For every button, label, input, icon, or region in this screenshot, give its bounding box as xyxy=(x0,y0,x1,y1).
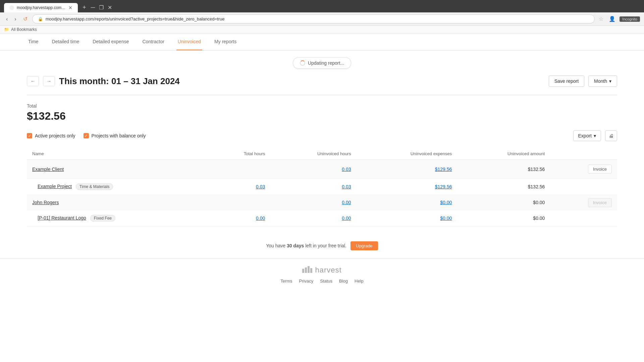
invoice-button-disabled: Invoice xyxy=(588,198,612,207)
report-title: This month: 01 – 31 Jan 2024 xyxy=(59,76,180,86)
project-link[interactable]: [P-01] Restaurant Logo xyxy=(38,215,86,221)
uninvoiced-expenses-link[interactable]: $0.00 xyxy=(440,216,452,221)
balance-only-filter[interactable]: ✓ Projects with balance only xyxy=(84,133,146,138)
row-uninvoiced-amount: $0.00 xyxy=(457,195,550,210)
uninvoiced-expenses-link[interactable]: $0.00 xyxy=(440,200,452,205)
total-hours-link[interactable]: 0.00 xyxy=(256,216,265,221)
svg-rect-3 xyxy=(310,268,312,273)
row-invoice-action: Invoice xyxy=(550,160,617,179)
balance-only-checkbox[interactable]: ✓ xyxy=(84,133,89,138)
trial-text-before: You have xyxy=(266,243,287,248)
table-row: [P-01] Restaurant Logo Fixed Fee 0.00 0.… xyxy=(27,210,617,227)
month-label: Month xyxy=(594,78,607,84)
client-link[interactable]: John Rogers xyxy=(32,200,59,205)
row-uninvoiced-expenses: $0.00 xyxy=(356,210,457,227)
incognito-badge: Incognito xyxy=(620,16,640,22)
filters-left: ✓ Active projects only ✓ Projects with b… xyxy=(27,133,146,138)
report-table: Name Total hours Uninvoiced hours Uninvo… xyxy=(27,148,617,227)
footer: harvest Terms Privacy Status Blog Help xyxy=(0,258,644,290)
footer-link-blog[interactable]: Blog xyxy=(339,279,348,284)
close-button[interactable]: ✕ xyxy=(108,4,112,11)
tab-my-reports[interactable]: My reports xyxy=(213,34,238,50)
tab-contractor[interactable]: Contractor xyxy=(141,34,165,50)
svg-rect-1 xyxy=(305,267,307,273)
row-uninvoiced-amount: $132.56 xyxy=(457,179,550,195)
col-name: Name xyxy=(27,148,208,160)
footer-link-privacy[interactable]: Privacy xyxy=(299,279,314,284)
month-selector-button[interactable]: Month ▾ xyxy=(588,75,617,87)
row-uninvoiced-expenses: $129.56 xyxy=(356,160,457,179)
export-button[interactable]: Export ▾ xyxy=(573,130,601,141)
nav-tabs: Time Detailed time Detailed expense Cont… xyxy=(0,34,644,51)
trial-days: 30 days xyxy=(287,243,304,248)
tab-detailed-time[interactable]: Detailed time xyxy=(51,34,81,50)
total-hours-link[interactable]: 0.03 xyxy=(256,184,265,189)
row-uninvoiced-expenses: $0.00 xyxy=(356,195,457,210)
tab-detailed-expense[interactable]: Detailed expense xyxy=(91,34,130,50)
profile-icon[interactable]: 👤 xyxy=(607,14,617,23)
footer-link-help[interactable]: Help xyxy=(355,279,364,284)
browser-tab[interactable]: moodjoy.harvestapp.com/repo... ✕ xyxy=(4,3,78,12)
col-uninvoiced-hours: Uninvoiced hours xyxy=(270,148,356,160)
address-bar[interactable]: 🔒 moodjoy.harvestapp.com/reports/uninvoi… xyxy=(32,14,595,23)
total-amount: $132.56 xyxy=(27,110,617,122)
upgrade-button[interactable]: Upgrade xyxy=(351,241,378,250)
table-row: John Rogers 0.00 $0.00 $0.00 Invoice xyxy=(27,195,617,210)
header-actions: Save report Month ▾ xyxy=(549,75,617,87)
save-report-button[interactable]: Save report xyxy=(549,75,584,87)
row-total-hours: 0.03 xyxy=(208,179,270,195)
uninvoiced-hours-link[interactable]: 0.03 xyxy=(342,184,351,189)
active-projects-filter[interactable]: ✓ Active projects only xyxy=(27,133,75,138)
row-uninvoiced-hours: 0.00 xyxy=(270,210,356,227)
invoice-button[interactable]: Invoice xyxy=(588,165,612,174)
uninvoiced-hours-link[interactable]: 0.03 xyxy=(342,167,351,172)
maximize-button[interactable]: ❐ xyxy=(99,4,104,11)
row-uninvoiced-amount: $132.56 xyxy=(457,160,550,179)
row-uninvoiced-amount: $0.00 xyxy=(457,210,550,227)
next-date-button[interactable]: → xyxy=(43,76,55,86)
print-button[interactable]: 🖨 xyxy=(605,130,617,141)
main-content: Updating report... ← → This month: 01 – … xyxy=(0,51,644,233)
active-projects-checkbox[interactable]: ✓ xyxy=(27,133,32,138)
harvest-logo: harvest xyxy=(7,265,637,275)
project-link[interactable]: Example Project xyxy=(38,184,72,189)
forward-button[interactable]: › xyxy=(12,15,18,23)
uninvoiced-hours-link[interactable]: 0.00 xyxy=(342,216,351,221)
total-section: Total $132.56 xyxy=(27,103,617,122)
row-total-hours: 0.00 xyxy=(208,210,270,227)
new-tab-button[interactable]: + xyxy=(79,3,90,12)
footer-link-status[interactable]: Status xyxy=(320,279,332,284)
footer-link-terms[interactable]: Terms xyxy=(280,279,292,284)
trial-banner: You have 30 days left in your free trial… xyxy=(0,233,644,258)
updating-label: Updating report... xyxy=(308,60,344,66)
uninvoiced-hours-link[interactable]: 0.00 xyxy=(342,200,351,205)
tab-uninvoiced[interactable]: Uninvoiced xyxy=(176,34,202,50)
project-tag: Time & Materials xyxy=(76,183,113,190)
tab-title: moodjoy.harvestapp.com/repo... xyxy=(17,5,66,10)
svg-rect-0 xyxy=(302,269,304,273)
bookmarks-label: All Bookmarks xyxy=(11,27,37,32)
client-link[interactable]: Example Client xyxy=(32,167,64,172)
uninvoiced-expenses-link[interactable]: $129.56 xyxy=(435,184,452,189)
uninvoiced-expenses-link[interactable]: $129.56 xyxy=(435,167,452,172)
export-label: Export xyxy=(578,133,592,138)
active-projects-label: Active projects only xyxy=(35,133,75,138)
url-text: moodjoy.harvestapp.com/reports/uninvoice… xyxy=(46,16,225,21)
updating-banner: Updating report... xyxy=(27,57,617,69)
updating-badge: Updating report... xyxy=(293,57,351,69)
date-nav: ← → This month: 01 – 31 Jan 2024 xyxy=(27,76,180,86)
row-invoice-action: Invoice xyxy=(550,195,617,210)
bookmark-icon[interactable]: ☆ xyxy=(597,14,605,23)
close-tab-icon[interactable]: ✕ xyxy=(68,5,72,10)
table-body: Example Client 0.03 $129.56 $132.56 Invo… xyxy=(27,160,617,227)
row-uninvoiced-hours: 0.03 xyxy=(270,179,356,195)
row-name: Example Client xyxy=(27,160,208,179)
tab-time[interactable]: Time xyxy=(27,34,40,50)
trial-text-after: left in your free trial. xyxy=(304,243,346,248)
col-uninvoiced-amount: Uninvoiced amount xyxy=(457,148,550,160)
row-total-hours xyxy=(208,195,270,210)
back-button[interactable]: ‹ xyxy=(4,15,10,23)
reload-button[interactable]: ↺ xyxy=(21,14,30,23)
minimize-button[interactable]: ─ xyxy=(91,4,95,11)
prev-date-button[interactable]: ← xyxy=(27,76,39,86)
